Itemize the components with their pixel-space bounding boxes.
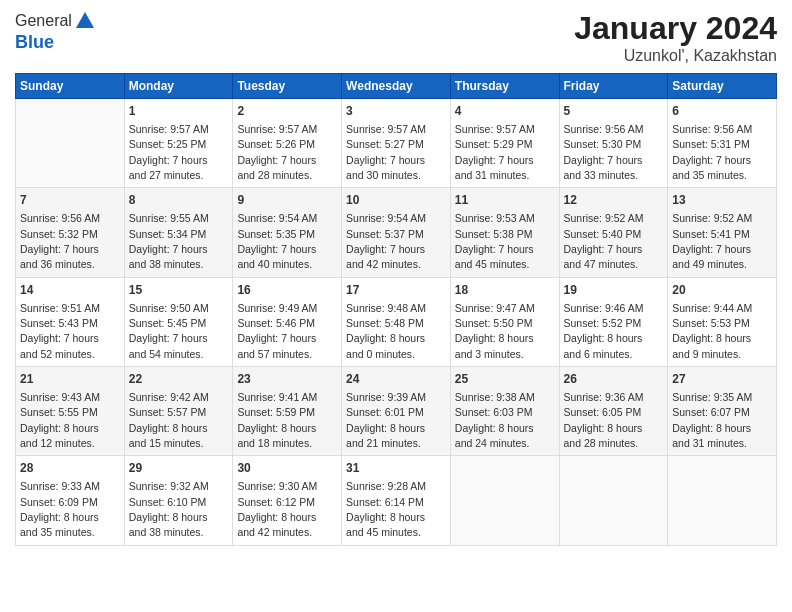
calendar-cell: 20Sunrise: 9:44 AM Sunset: 5:53 PM Dayli…: [668, 277, 777, 366]
day-number: 7: [20, 192, 120, 209]
calendar-week-row: 14Sunrise: 9:51 AM Sunset: 5:43 PM Dayli…: [16, 277, 777, 366]
day-info: Sunrise: 9:46 AM Sunset: 5:52 PM Dayligh…: [564, 302, 644, 360]
calendar-cell: 13Sunrise: 9:52 AM Sunset: 5:41 PM Dayli…: [668, 188, 777, 277]
day-info: Sunrise: 9:57 AM Sunset: 5:25 PM Dayligh…: [129, 123, 209, 181]
calendar-cell: 28Sunrise: 9:33 AM Sunset: 6:09 PM Dayli…: [16, 456, 125, 545]
calendar-cell: [450, 456, 559, 545]
main-title: January 2024: [574, 10, 777, 47]
day-info: Sunrise: 9:39 AM Sunset: 6:01 PM Dayligh…: [346, 391, 426, 449]
day-number: 18: [455, 282, 555, 299]
day-number: 20: [672, 282, 772, 299]
calendar-cell: 14Sunrise: 9:51 AM Sunset: 5:43 PM Dayli…: [16, 277, 125, 366]
logo-icon: [74, 10, 96, 32]
calendar-cell: 22Sunrise: 9:42 AM Sunset: 5:57 PM Dayli…: [124, 367, 233, 456]
subtitle: Uzunkol', Kazakhstan: [574, 47, 777, 65]
day-info: Sunrise: 9:56 AM Sunset: 5:30 PM Dayligh…: [564, 123, 644, 181]
calendar-cell: 27Sunrise: 9:35 AM Sunset: 6:07 PM Dayli…: [668, 367, 777, 456]
day-number: 15: [129, 282, 229, 299]
day-number: 25: [455, 371, 555, 388]
day-info: Sunrise: 9:48 AM Sunset: 5:48 PM Dayligh…: [346, 302, 426, 360]
calendar-cell: 5Sunrise: 9:56 AM Sunset: 5:30 PM Daylig…: [559, 99, 668, 188]
calendar-cell: 10Sunrise: 9:54 AM Sunset: 5:37 PM Dayli…: [342, 188, 451, 277]
day-info: Sunrise: 9:36 AM Sunset: 6:05 PM Dayligh…: [564, 391, 644, 449]
calendar-week-row: 7Sunrise: 9:56 AM Sunset: 5:32 PM Daylig…: [16, 188, 777, 277]
calendar-cell: [559, 456, 668, 545]
day-info: Sunrise: 9:43 AM Sunset: 5:55 PM Dayligh…: [20, 391, 100, 449]
calendar-cell: [16, 99, 125, 188]
day-number: 14: [20, 282, 120, 299]
day-number: 28: [20, 460, 120, 477]
day-number: 17: [346, 282, 446, 299]
calendar-cell: 26Sunrise: 9:36 AM Sunset: 6:05 PM Dayli…: [559, 367, 668, 456]
day-info: Sunrise: 9:50 AM Sunset: 5:45 PM Dayligh…: [129, 302, 209, 360]
logo: General Blue: [15, 10, 96, 53]
day-info: Sunrise: 9:49 AM Sunset: 5:46 PM Dayligh…: [237, 302, 317, 360]
day-info: Sunrise: 9:35 AM Sunset: 6:07 PM Dayligh…: [672, 391, 752, 449]
day-number: 6: [672, 103, 772, 120]
calendar-header-cell: Thursday: [450, 74, 559, 99]
day-info: Sunrise: 9:33 AM Sunset: 6:09 PM Dayligh…: [20, 480, 100, 538]
day-number: 26: [564, 371, 664, 388]
day-number: 3: [346, 103, 446, 120]
calendar-cell: 8Sunrise: 9:55 AM Sunset: 5:34 PM Daylig…: [124, 188, 233, 277]
day-info: Sunrise: 9:51 AM Sunset: 5:43 PM Dayligh…: [20, 302, 100, 360]
day-info: Sunrise: 9:41 AM Sunset: 5:59 PM Dayligh…: [237, 391, 317, 449]
day-number: 5: [564, 103, 664, 120]
day-number: 11: [455, 192, 555, 209]
calendar-header-cell: Monday: [124, 74, 233, 99]
day-number: 21: [20, 371, 120, 388]
calendar-cell: 3Sunrise: 9:57 AM Sunset: 5:27 PM Daylig…: [342, 99, 451, 188]
day-number: 19: [564, 282, 664, 299]
calendar-cell: [668, 456, 777, 545]
calendar-header-cell: Saturday: [668, 74, 777, 99]
calendar-cell: 24Sunrise: 9:39 AM Sunset: 6:01 PM Dayli…: [342, 367, 451, 456]
calendar-cell: 15Sunrise: 9:50 AM Sunset: 5:45 PM Dayli…: [124, 277, 233, 366]
day-info: Sunrise: 9:47 AM Sunset: 5:50 PM Dayligh…: [455, 302, 535, 360]
calendar-header-cell: Sunday: [16, 74, 125, 99]
calendar-cell: 9Sunrise: 9:54 AM Sunset: 5:35 PM Daylig…: [233, 188, 342, 277]
logo-general-text: General: [15, 12, 72, 30]
day-info: Sunrise: 9:57 AM Sunset: 5:29 PM Dayligh…: [455, 123, 535, 181]
calendar-cell: 11Sunrise: 9:53 AM Sunset: 5:38 PM Dayli…: [450, 188, 559, 277]
day-info: Sunrise: 9:56 AM Sunset: 5:32 PM Dayligh…: [20, 212, 100, 270]
day-info: Sunrise: 9:38 AM Sunset: 6:03 PM Dayligh…: [455, 391, 535, 449]
calendar-cell: 12Sunrise: 9:52 AM Sunset: 5:40 PM Dayli…: [559, 188, 668, 277]
day-info: Sunrise: 9:54 AM Sunset: 5:35 PM Dayligh…: [237, 212, 317, 270]
logo-blue-text: Blue: [15, 32, 96, 53]
calendar-header-row: SundayMondayTuesdayWednesdayThursdayFrid…: [16, 74, 777, 99]
day-number: 30: [237, 460, 337, 477]
day-number: 12: [564, 192, 664, 209]
day-number: 2: [237, 103, 337, 120]
day-info: Sunrise: 9:30 AM Sunset: 6:12 PM Dayligh…: [237, 480, 317, 538]
day-number: 29: [129, 460, 229, 477]
day-info: Sunrise: 9:52 AM Sunset: 5:40 PM Dayligh…: [564, 212, 644, 270]
day-number: 16: [237, 282, 337, 299]
day-info: Sunrise: 9:54 AM Sunset: 5:37 PM Dayligh…: [346, 212, 426, 270]
header: General Blue January 2024 Uzunkol', Kaza…: [15, 10, 777, 65]
calendar-cell: 17Sunrise: 9:48 AM Sunset: 5:48 PM Dayli…: [342, 277, 451, 366]
calendar-cell: 1Sunrise: 9:57 AM Sunset: 5:25 PM Daylig…: [124, 99, 233, 188]
calendar-cell: 16Sunrise: 9:49 AM Sunset: 5:46 PM Dayli…: [233, 277, 342, 366]
day-number: 8: [129, 192, 229, 209]
calendar-cell: 31Sunrise: 9:28 AM Sunset: 6:14 PM Dayli…: [342, 456, 451, 545]
day-info: Sunrise: 9:44 AM Sunset: 5:53 PM Dayligh…: [672, 302, 752, 360]
svg-marker-0: [76, 12, 94, 28]
day-info: Sunrise: 9:32 AM Sunset: 6:10 PM Dayligh…: [129, 480, 209, 538]
day-info: Sunrise: 9:56 AM Sunset: 5:31 PM Dayligh…: [672, 123, 752, 181]
day-number: 9: [237, 192, 337, 209]
calendar-header-cell: Wednesday: [342, 74, 451, 99]
day-number: 10: [346, 192, 446, 209]
day-info: Sunrise: 9:42 AM Sunset: 5:57 PM Dayligh…: [129, 391, 209, 449]
calendar-week-row: 28Sunrise: 9:33 AM Sunset: 6:09 PM Dayli…: [16, 456, 777, 545]
calendar-week-row: 1Sunrise: 9:57 AM Sunset: 5:25 PM Daylig…: [16, 99, 777, 188]
calendar-header-cell: Friday: [559, 74, 668, 99]
calendar-header-cell: Tuesday: [233, 74, 342, 99]
day-info: Sunrise: 9:57 AM Sunset: 5:27 PM Dayligh…: [346, 123, 426, 181]
day-number: 27: [672, 371, 772, 388]
calendar-cell: 19Sunrise: 9:46 AM Sunset: 5:52 PM Dayli…: [559, 277, 668, 366]
day-info: Sunrise: 9:55 AM Sunset: 5:34 PM Dayligh…: [129, 212, 209, 270]
calendar-cell: 4Sunrise: 9:57 AM Sunset: 5:29 PM Daylig…: [450, 99, 559, 188]
title-block: January 2024 Uzunkol', Kazakhstan: [574, 10, 777, 65]
calendar-table: SundayMondayTuesdayWednesdayThursdayFrid…: [15, 73, 777, 546]
day-info: Sunrise: 9:28 AM Sunset: 6:14 PM Dayligh…: [346, 480, 426, 538]
